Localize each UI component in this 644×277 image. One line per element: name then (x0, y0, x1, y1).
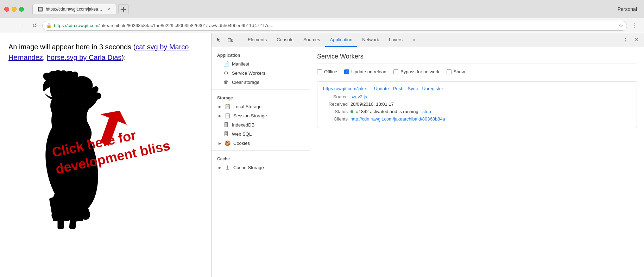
local-storage-icon: 📋 (224, 104, 231, 109)
sw-status-text: #1842 activated and is running (356, 109, 418, 114)
profile-label: Personal (618, 6, 640, 12)
tab-close-button[interactable]: × (106, 6, 112, 12)
sw-entry-header-row: https.rawgit.com/jake... Update Push Syn… (323, 86, 631, 91)
update-on-reload-label: Update on reload (351, 69, 386, 74)
sidebar-item-indexeddb[interactable]: 🗄 IndexedDB (211, 120, 310, 129)
sidebar-group-cache-storage[interactable]: ▶ 🗄 Cache Storage (211, 163, 310, 172)
sidebar-item-manifest[interactable]: 📄 Manifest (211, 59, 310, 68)
sw-clients-row: Clients http://cdn.rawgit.com/jakearchib… (323, 116, 631, 122)
sw-status-label: Status (323, 109, 348, 114)
svg-rect-1 (121, 9, 126, 10)
expand-arrow-icon-3: ▶ (219, 141, 221, 145)
offline-checkbox[interactable] (317, 69, 322, 74)
sidebar-divider-2 (211, 150, 310, 151)
sw-push-link[interactable]: Push (393, 86, 404, 91)
sw-stop-link[interactable]: stop (422, 109, 431, 114)
sidebar-divider-1 (211, 90, 310, 90)
minimize-traffic-light[interactable] (12, 7, 17, 12)
tab-layers[interactable]: Layers (384, 33, 408, 47)
page-intro-text: An image will appear here in 3 seconds (… (8, 42, 203, 63)
sw-controls: Offline Update on reload Bypass for netw… (317, 69, 637, 74)
offline-checkbox-group: Offline (317, 69, 337, 74)
show-checkbox-group: Show (447, 69, 465, 74)
cookies-icon: 🍪 (224, 140, 231, 146)
new-tab-button[interactable] (118, 4, 129, 14)
sw-source-value: sw-v2.js (351, 94, 367, 99)
devtools-body: Application 📄 Manifest ⚙ Service Workers… (211, 47, 644, 277)
tab-more[interactable]: » (408, 33, 420, 47)
sw-received-label: Received (323, 101, 348, 107)
bypass-network-checkbox[interactable] (393, 69, 398, 74)
sw-update-link[interactable]: Update (374, 86, 389, 91)
tab-application[interactable]: Application (325, 33, 358, 47)
devtools-sidebar: Application 📄 Manifest ⚙ Service Workers… (211, 47, 310, 277)
devtools-main-panel: Service Workers Offline Update on reload (310, 47, 644, 277)
traffic-lights (4, 7, 24, 12)
devtools-more-actions: ⋮ × (620, 35, 641, 45)
reload-button[interactable]: ↺ (30, 21, 39, 31)
tab-sources[interactable]: Sources (298, 33, 325, 47)
browser-tab[interactable]: 🔲 https://cdn.rawgit.com/jakearcl... × (32, 4, 117, 14)
service-workers-icon: ⚙ (223, 70, 229, 76)
maximize-traffic-light[interactable] (19, 7, 24, 12)
devtools-panel: Elements Console Sources Application Net… (211, 33, 644, 277)
tab-console[interactable]: Console (272, 33, 298, 47)
expand-arrow-icon-2: ▶ (219, 114, 221, 118)
sw-status-row: Status #1842 activated and is running st… (323, 109, 631, 114)
sw-url-link[interactable]: https.rawgit.com/jake... (323, 86, 370, 91)
sidebar-group-cookies[interactable]: ▶ 🍪 Cookies (211, 138, 310, 148)
horse-image (8, 68, 203, 239)
indexeddb-icon: 🗄 (223, 122, 229, 128)
bypass-network-checkbox-group: Bypass for network (393, 69, 440, 74)
sidebar-group-session-storage[interactable]: ▶ 📋 Session Storage (211, 111, 310, 120)
offline-label: Offline (324, 69, 337, 74)
bookmark-star-icon[interactable]: ☆ (619, 23, 623, 29)
bypass-network-label: Bypass for network (400, 69, 440, 74)
web-sql-icon: 🗄 (223, 131, 229, 137)
svg-rect-10 (228, 38, 231, 42)
sw-source-label: Source (323, 94, 348, 99)
inspect-element-icon[interactable] (214, 35, 224, 45)
devtools-settings-icon[interactable]: ⋮ (620, 35, 630, 45)
sw-clients-value: http://cdn.rawgit.com/jakearchibald/8036… (351, 116, 445, 122)
tab-network[interactable]: Network (357, 33, 384, 47)
update-on-reload-checkbox-group: Update on reload (344, 69, 386, 74)
update-on-reload-checkbox[interactable] (344, 69, 349, 74)
address-bar: ← → ↺ 🔒 https://cdn.rawgit.com/jakearchi… (0, 18, 644, 33)
show-checkbox[interactable] (447, 69, 452, 74)
menu-button[interactable]: ⋮ (630, 21, 640, 31)
devtools-tabs: Elements Console Sources Application Net… (243, 33, 420, 47)
sw-received-value: 28/09/2016, 13:01:17 (351, 101, 394, 107)
clear-storage-icon: 🗑 (223, 79, 229, 85)
sidebar-item-service-workers[interactable]: ⚙ Service Workers (211, 68, 310, 78)
horse-link[interactable]: horse.svg by Carla Dias (47, 54, 121, 61)
close-traffic-light[interactable] (4, 7, 9, 12)
sw-unregister-link[interactable]: Unregister (422, 86, 443, 91)
sidebar-item-clear-storage[interactable]: 🗑 Clear storage (211, 78, 310, 87)
sw-received-row: Received 28/09/2016, 13:01:17 (323, 101, 631, 107)
tab-title: https://cdn.rawgit.com/jakearcl... (46, 7, 103, 12)
device-toolbar-icon[interactable] (226, 35, 235, 45)
sw-status-dot (351, 110, 353, 113)
title-bar: 🔲 https://cdn.rawgit.com/jakearcl... × P… (0, 0, 644, 18)
sidebar-section-storage: Storage (211, 93, 310, 102)
sw-source-row: Source sw-v2.js (323, 94, 631, 99)
back-button[interactable]: ← (4, 21, 14, 31)
sw-status-value: #1842 activated and is running stop (351, 109, 431, 114)
url-bar[interactable]: 🔒 https://cdn.rawgit.com/jakearchibald/8… (42, 21, 627, 31)
expand-arrow-icon-4: ▶ (219, 166, 221, 170)
browser-frame: 🔲 https://cdn.rawgit.com/jakearcl... × P… (0, 0, 644, 277)
tab-favicon: 🔲 (38, 7, 43, 12)
sidebar-group-local-storage[interactable]: ▶ 📋 Local Storage (211, 102, 310, 111)
sidebar-section-application: Application (211, 50, 310, 59)
devtools-close-button[interactable]: × (632, 35, 641, 45)
secure-icon: 🔒 (46, 23, 52, 28)
sw-source-file-link[interactable]: sw-v2.js (351, 94, 367, 99)
expand-arrow-icon: ▶ (219, 105, 221, 109)
main-content: An image will appear here in 3 seconds (… (0, 33, 644, 277)
tab-elements[interactable]: Elements (243, 33, 272, 47)
forward-button[interactable]: → (17, 21, 27, 31)
sw-sync-link[interactable]: Sync (408, 86, 418, 91)
horse-svg (8, 68, 135, 238)
sidebar-item-web-sql[interactable]: 🗄 Web SQL (211, 129, 310, 138)
